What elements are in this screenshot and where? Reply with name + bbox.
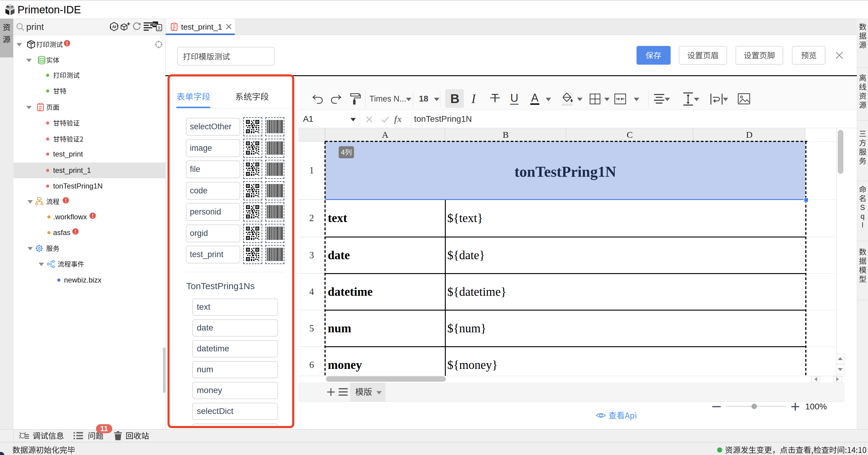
svg-text:A: A (531, 92, 538, 104)
svg-text:T: T (491, 92, 498, 105)
svg-text:U: U (510, 92, 519, 104)
svg-text:AI: AI (112, 25, 116, 29)
svg-text:文: 文 (157, 26, 161, 30)
